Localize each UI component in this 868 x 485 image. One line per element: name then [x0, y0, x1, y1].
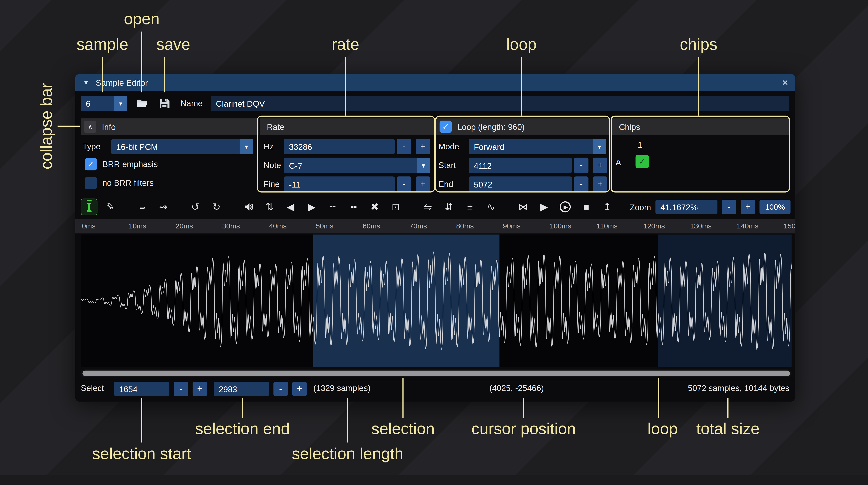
- annotation-loop-top: loop: [506, 35, 536, 54]
- zoom-input[interactable]: 41.1672%: [655, 200, 717, 214]
- play-cursor-button[interactable]: ▶: [557, 199, 574, 215]
- selection-start-increment-button[interactable]: +: [193, 382, 207, 396]
- loop-enable-checkbox[interactable]: ✓: [439, 121, 452, 133]
- hz-label: Hz: [264, 139, 274, 154]
- normalize-icon: ⇅: [266, 201, 274, 213]
- selection-start-input[interactable]: 1654: [114, 382, 169, 396]
- floppy-disk-icon: [158, 97, 170, 109]
- redo-button[interactable]: ↻: [208, 199, 225, 215]
- open-button[interactable]: [134, 96, 151, 111]
- reverse-button[interactable]: ⇋: [420, 199, 436, 215]
- crossfade-button[interactable]: ⋈: [515, 199, 532, 215]
- undo-icon: ↺: [191, 201, 199, 213]
- fine-value: -11: [289, 180, 301, 189]
- ruler-label: 100ms: [550, 222, 571, 230]
- fine-input[interactable]: -11: [284, 176, 395, 192]
- timeline-ruler[interactable]: 0ms 10ms 20ms 30ms 40ms 50ms 60ms 70ms 8…: [75, 219, 795, 233]
- apply-silence-icon: ╍: [351, 201, 357, 213]
- loop-start-input[interactable]: 4112: [469, 158, 572, 173]
- info-header-label: Info: [102, 122, 116, 131]
- loop-end-decrement-button[interactable]: -: [574, 176, 589, 192]
- normalize-button[interactable]: ⇅: [261, 199, 278, 215]
- chip-enable-checkbox[interactable]: ✓: [636, 155, 649, 168]
- selection-end-decrement-button[interactable]: -: [273, 382, 288, 396]
- fade-out-button[interactable]: ▶: [303, 199, 320, 215]
- insert-silence-button[interactable]: ╌: [324, 199, 341, 215]
- loop-mode-value: Forward: [469, 142, 593, 151]
- loop-mode-dropdown[interactable]: Forward ▼: [469, 139, 606, 154]
- import-button[interactable]: ↥: [599, 199, 616, 215]
- hz-increment-button[interactable]: +: [416, 139, 430, 154]
- window-collapse-icon[interactable]: ▼: [83, 79, 89, 86]
- chips-header-label: Chips: [619, 122, 640, 131]
- loop-end-increment-button[interactable]: +: [593, 176, 607, 192]
- zoom-out-button[interactable]: -: [722, 200, 736, 214]
- note-dropdown[interactable]: C-7 ▼: [284, 158, 430, 173]
- sign-button[interactable]: ±: [462, 199, 478, 215]
- no-brr-filters-checkbox[interactable]: [85, 177, 97, 189]
- chevron-down-icon[interactable]: ▼: [240, 139, 253, 154]
- ruler-label: 130ms: [690, 222, 712, 230]
- fine-decrement-button[interactable]: -: [397, 176, 411, 192]
- folder-open-icon: [136, 97, 148, 109]
- title-bar[interactable]: ▼ Sample Editor ×: [75, 74, 795, 91]
- undo-button[interactable]: ↺: [187, 199, 204, 215]
- waveform-scrollbar[interactable]: [81, 369, 792, 377]
- trim-button[interactable]: ⊡: [388, 199, 404, 215]
- chevron-down-icon[interactable]: ▼: [114, 96, 127, 111]
- edit-mode-button[interactable]: I: [81, 199, 98, 215]
- zoom-reset-button[interactable]: 100%: [760, 200, 790, 214]
- loop-start-label: Start: [438, 158, 456, 173]
- upload-icon: ↥: [603, 201, 612, 213]
- waveform-svg: [81, 234, 792, 367]
- sample-select-dropdown[interactable]: 6 ▼: [81, 96, 127, 111]
- loop-panel-header: ✓ Loop (length: 960): [436, 118, 610, 135]
- resample-button[interactable]: ⇝: [155, 199, 172, 215]
- brr-emphasis-checkbox[interactable]: ✓: [85, 158, 97, 170]
- annotation-sample: sample: [76, 35, 128, 54]
- collapse-bar-button[interactable]: ∧: [84, 121, 96, 133]
- hz-decrement-button[interactable]: -: [397, 139, 411, 154]
- preview-button[interactable]: ▶: [536, 199, 553, 215]
- zoom-label: Zoom: [630, 202, 651, 212]
- close-icon[interactable]: ×: [782, 76, 788, 89]
- annotation-line: [347, 398, 348, 443]
- ruler-label: 20ms: [176, 222, 193, 230]
- scrollbar-thumb[interactable]: [83, 370, 790, 376]
- apply-silence-button[interactable]: ╍: [345, 199, 362, 215]
- sample-type-dropdown[interactable]: 16-bit PCM ▼: [111, 139, 253, 154]
- selection-start-decrement-button[interactable]: -: [174, 382, 188, 396]
- loop-end-input[interactable]: 5072: [469, 176, 572, 192]
- fade-in-button[interactable]: ◀: [282, 199, 299, 215]
- chevron-down-icon[interactable]: ▼: [417, 158, 430, 173]
- resize-button[interactable]: ⇔: [134, 199, 151, 215]
- hz-input[interactable]: 33286: [284, 139, 395, 154]
- waveform-display[interactable]: [81, 234, 792, 367]
- sample-select-value: 6: [81, 99, 114, 108]
- loop-start-decrement-button[interactable]: -: [574, 158, 589, 173]
- insert-silence-icon: ╌: [330, 201, 336, 213]
- ruler-label: 70ms: [409, 222, 427, 230]
- delete-button[interactable]: ✖: [367, 199, 383, 215]
- amplify-button[interactable]: [240, 199, 257, 215]
- stop-button[interactable]: ■: [578, 199, 595, 215]
- save-button[interactable]: [156, 96, 173, 111]
- speaker-icon: [243, 201, 254, 213]
- ruler-label: 110ms: [596, 222, 618, 230]
- selection-end-input[interactable]: 2983: [214, 382, 269, 396]
- fine-increment-button[interactable]: +: [416, 176, 430, 192]
- name-label: Name: [181, 96, 203, 111]
- filter-icon: ∿: [487, 201, 495, 213]
- name-input[interactable]: Clarinet DQV: [211, 96, 789, 111]
- draw-button[interactable]: ✎: [102, 199, 119, 215]
- zoom-in-button[interactable]: +: [741, 200, 755, 214]
- loop-end-value: 5072: [474, 180, 492, 189]
- filter-button[interactable]: ∿: [483, 199, 499, 215]
- annotation-open: open: [124, 10, 159, 28]
- note-label: Note: [264, 158, 281, 173]
- selection-end-increment-button[interactable]: +: [292, 382, 307, 396]
- loop-start-increment-button[interactable]: +: [593, 158, 607, 173]
- loop-end-label: End: [438, 176, 453, 192]
- chevron-down-icon[interactable]: ▼: [593, 139, 606, 154]
- invert-button[interactable]: ⇵: [441, 199, 457, 215]
